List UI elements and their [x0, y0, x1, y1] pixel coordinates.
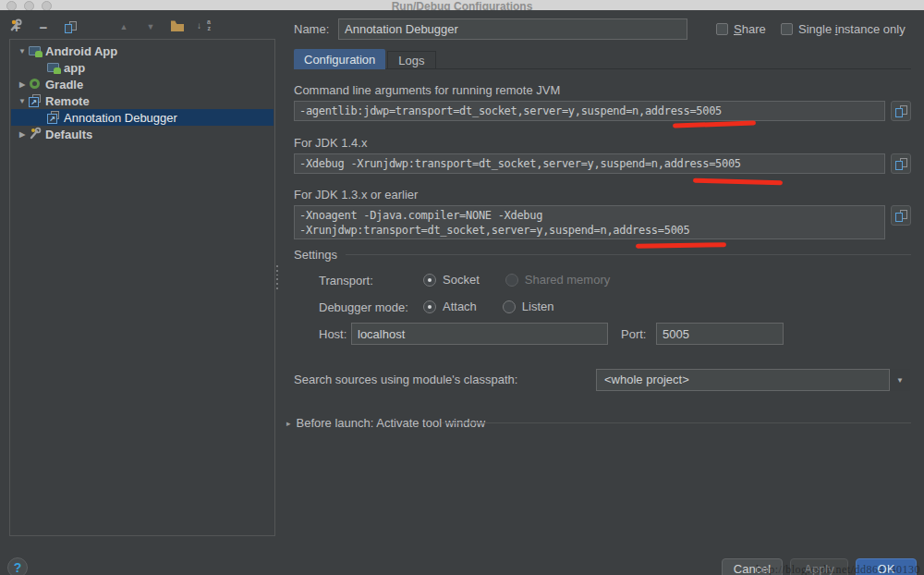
copy-configuration-button[interactable]	[61, 18, 79, 36]
question-mark-icon: ?	[14, 560, 22, 575]
window-title: Run/Debug Configurations	[0, 0, 924, 10]
red-underline-annotation	[673, 120, 756, 128]
host-input[interactable]	[351, 323, 608, 345]
tree-item-defaults[interactable]: ▶ Defaults	[11, 126, 274, 142]
panel-splitter-handle[interactable]	[274, 265, 279, 289]
single-instance-checkbox[interactable]	[781, 23, 793, 35]
radio-icon	[505, 274, 518, 287]
single-instance-label: Single instance only	[798, 22, 906, 36]
settings-section-label: Settings	[294, 248, 337, 262]
tree-item-remote[interactable]: ▼ ↗ Remote	[11, 92, 274, 109]
gradle-icon	[28, 77, 43, 92]
arrow-up-icon: ▲	[120, 22, 128, 31]
jdk13-field[interactable]: -Xnoagent -Djava.compiler=NONE -Xdebug-X…	[294, 205, 885, 239]
collapse-arrow-icon[interactable]: ▼	[17, 97, 28, 105]
radio-socket[interactable]: Socket	[423, 273, 480, 287]
single-instance-checkbox-row[interactable]: Single instance only	[781, 22, 906, 36]
share-checkbox-row[interactable]: Share	[716, 22, 766, 36]
sort-az-icon: ↓ a z	[197, 19, 212, 34]
red-underline-annotation	[636, 242, 726, 249]
port-input[interactable]	[656, 323, 784, 345]
window-titlebar: Run/Debug Configurations	[0, 0, 924, 10]
copy-icon	[895, 158, 907, 170]
remove-configuration-button[interactable]: −	[34, 18, 53, 36]
tree-item-label: Remote	[45, 94, 90, 108]
configurations-tree: ▼ Android App app ▶ Gradle ▼ ↗ Remote ↗ …	[9, 39, 275, 536]
help-button[interactable]: ?	[7, 557, 28, 575]
move-down-button[interactable]: ▼	[141, 18, 160, 36]
android-app-icon	[46, 60, 61, 75]
tree-item-label: Gradle	[45, 78, 83, 92]
sort-configurations-button[interactable]: ↓ a z	[195, 18, 213, 36]
folder-icon	[170, 19, 185, 35]
jdk14-field[interactable]: -Xdebug -Xrunjdwp:transport=dt_socket,se…	[294, 153, 885, 174]
copy-icon	[895, 210, 907, 222]
create-folder-button[interactable]	[168, 18, 187, 36]
tree-item-gradle[interactable]: ▶ Gradle	[11, 76, 274, 92]
radio-icon	[423, 300, 436, 313]
tree-item-label: app	[64, 61, 85, 75]
cmd-args-field[interactable]: -agentlib:jdwp=transport=dt_socket,serve…	[294, 101, 885, 121]
transport-options: Socket Shared memory	[423, 273, 610, 287]
red-underline-annotation	[693, 178, 783, 186]
jdk13-label: For JDK 1.3.x or earlier	[294, 188, 418, 202]
share-checkbox[interactable]	[716, 23, 728, 35]
copy-jdk14-button[interactable]	[891, 153, 911, 174]
defaults-wrench-icon	[28, 127, 43, 141]
tab-logs[interactable]: Logs	[387, 51, 435, 68]
debugger-mode-label: Debugger mode:	[319, 300, 408, 314]
name-label: Name:	[294, 22, 329, 36]
port-label: Port:	[621, 327, 646, 341]
config-tabs: Configuration Logs	[294, 49, 911, 69]
settings-separator	[346, 254, 911, 255]
classpath-dropdown-button[interactable]: ▼	[890, 369, 910, 391]
expand-arrow-icon: ▸	[286, 419, 291, 428]
copy-jdk13-button[interactable]	[891, 205, 911, 226]
tree-item-annotation-debugger[interactable]: ↗ Annotation Debugger	[11, 109, 274, 126]
classpath-combobox[interactable]: <whole project> ▼	[596, 369, 910, 391]
move-up-button[interactable]: ▲	[115, 18, 133, 36]
remote-config-icon: ↗	[28, 93, 43, 108]
radio-icon	[503, 300, 516, 313]
radio-listen[interactable]: Listen	[503, 300, 554, 313]
arrow-down-icon: ▼	[147, 22, 155, 31]
cmd-args-label: Command line arguments for running remot…	[294, 83, 560, 97]
before-launch-separator	[442, 422, 911, 423]
host-label: Host:	[319, 327, 346, 341]
radio-attach[interactable]: Attach	[423, 300, 477, 313]
tree-item-app[interactable]: app	[11, 59, 274, 76]
expand-arrow-icon[interactable]: ▶	[17, 80, 28, 89]
configurations-toolbar: + − ▲ ▼ ↓	[7, 18, 213, 36]
copy-icon	[895, 105, 907, 117]
collapse-arrow-icon[interactable]: ▼	[17, 47, 28, 55]
copy-icon	[65, 21, 77, 33]
debugger-mode-options: Attach Listen	[423, 300, 554, 313]
name-input[interactable]	[338, 18, 687, 40]
classpath-label: Search sources using module's classpath:	[294, 373, 517, 386]
expand-arrow-icon[interactable]: ▶	[17, 130, 28, 139]
chevron-down-icon: ▼	[896, 376, 904, 385]
tree-item-android-app[interactable]: ▼ Android App	[11, 43, 274, 59]
jdk14-label: For JDK 1.4.x	[294, 136, 367, 150]
run-debug-configurations-dialog: + − ▲ ▼ ↓	[0, 10, 924, 575]
minus-icon: −	[40, 19, 48, 35]
radio-icon	[423, 274, 436, 287]
edit-defaults-button[interactable]	[88, 18, 106, 36]
transport-label: Transport:	[319, 274, 373, 288]
tree-item-label: Annotation Debugger	[64, 111, 177, 125]
tree-item-label: Defaults	[45, 128, 92, 141]
classpath-value[interactable]: <whole project>	[596, 369, 890, 391]
share-label: Share	[734, 22, 766, 36]
copy-cmd-args-button[interactable]	[891, 101, 911, 121]
tab-configuration[interactable]: Configuration	[294, 49, 385, 69]
android-app-icon	[28, 43, 43, 58]
tree-item-label: Android App	[45, 44, 117, 58]
remote-config-icon: ↗	[46, 110, 61, 125]
csdn-watermark: http://blog.csdn.net/dd864140130	[756, 563, 920, 575]
radio-shared-memory[interactable]: Shared memory	[505, 273, 610, 287]
